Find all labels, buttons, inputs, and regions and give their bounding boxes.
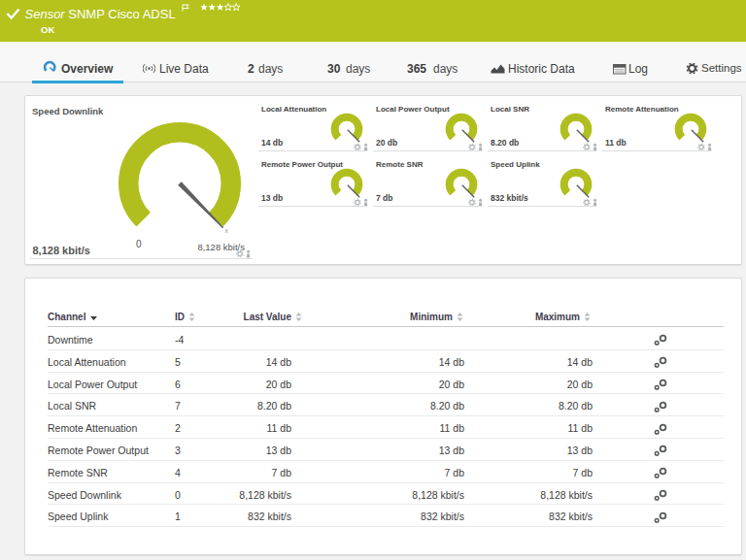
svg-text:x: x [225, 227, 229, 234]
